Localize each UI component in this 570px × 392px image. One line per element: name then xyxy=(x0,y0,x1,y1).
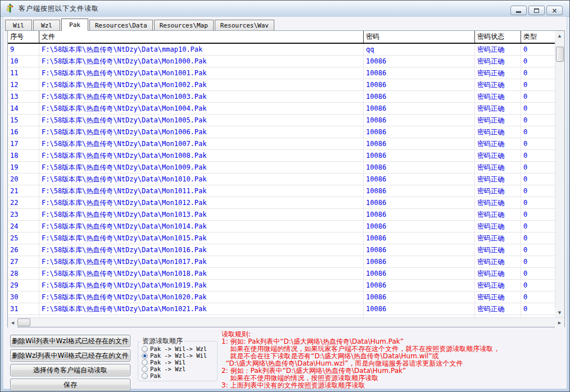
radio-label: Pak -> Wzl-> Wil xyxy=(150,352,207,359)
table-row[interactable]: 20F:\58版本库\热血传奇\NtDzy\Data\Mon1010.Pak10… xyxy=(8,174,555,185)
radio-option-1[interactable]: Pak -> Wzl-> Wil xyxy=(142,352,216,359)
table-row[interactable]: 25F:\58版本库\热血传奇\NtDzy\Data\Mon1015.Pak10… xyxy=(8,233,555,244)
cell-type: 0 xyxy=(521,209,555,220)
cell-type: 0 xyxy=(521,150,555,161)
radio-option-4[interactable]: Pak xyxy=(142,372,216,379)
table-row[interactable]: 16F:\58版本库\热血传奇\NtDzy\Data\Mon1006.Pak10… xyxy=(8,126,555,138)
cell-status: 密码正确 xyxy=(475,244,521,256)
tab-wil[interactable]: Wil xyxy=(5,20,32,30)
cell-no: 20 xyxy=(8,174,39,185)
action-button-1[interactable]: 删除Wzl列表中Wil格式已经存在的文件 xyxy=(10,349,130,362)
tab-pak[interactable]: Pak xyxy=(61,19,88,31)
cell-no: 31 xyxy=(8,303,39,314)
cell-no: 29 xyxy=(8,280,39,291)
table-row[interactable]: 10F:\58版本库\热血传奇\NtDzy\Data\Mon1000.Pak10… xyxy=(8,56,555,67)
cell-no: 13 xyxy=(8,91,39,102)
cell-status: 密码正确 xyxy=(475,256,521,267)
cell-status: 密码正确 xyxy=(475,150,521,161)
rule-line: 3: 上面列表中没有的文件按照资源读取顺序读取 xyxy=(221,382,568,389)
tab-resources-wav[interactable]: Resources\Wav xyxy=(215,20,274,30)
table-row[interactable]: 13F:\58版本库\热血传奇\NtDzy\Data\Mon1003.Pak10… xyxy=(8,91,555,103)
horizontal-scrollbar[interactable]: ◀ ▶ xyxy=(8,317,564,327)
file-table-body: 9F:\58版本库\热血传奇\NtDzy\Data\mmap10.Pakqq密码… xyxy=(8,44,555,317)
maximize-icon xyxy=(534,8,539,13)
table-row[interactable]: 30F:\58版本库\热血传奇\NtDzy\Data\Mon1020.Pak10… xyxy=(8,291,555,303)
table-row[interactable]: 19F:\58版本库\热血传奇\NtDzy\Data\Mon1009.Pak10… xyxy=(8,162,555,174)
title-bar[interactable]: 客户端按照以下文件读取 × xyxy=(1,1,569,17)
radio-option-2[interactable]: Pak -> Wil xyxy=(142,359,216,366)
cell-no: 12 xyxy=(8,79,39,90)
vertical-scroll-thumb[interactable] xyxy=(556,47,564,62)
cell-file: F:\58版本库\热血传奇\NtDzy\Data\Mon1020.Pak xyxy=(39,291,364,303)
table-row[interactable]: 12F:\58版本库\热血传奇\NtDzy\Data\Mon1002.Pak10… xyxy=(8,79,555,91)
scroll-left-button[interactable]: ◀ xyxy=(8,318,17,327)
table-row[interactable]: 11F:\58版本库\热血传奇\NtDzy\Data\Mon1001.Pak10… xyxy=(8,67,555,79)
rule-line: “D:\盛大网络\热血传奇\Data\Hum.wzl”，而是向微端服务器请求更新… xyxy=(221,360,568,367)
table-row[interactable]: 9F:\58版本库\热血传奇\NtDzy\Data\mmap10.Pakqq密码… xyxy=(8,44,555,56)
cell-type: 0 xyxy=(521,56,555,67)
cell-status: 密码正确 xyxy=(475,291,521,303)
scroll-up-button[interactable]: ▲ xyxy=(555,31,564,40)
maximize-button[interactable] xyxy=(528,6,545,15)
scroll-down-button[interactable]: ▼ xyxy=(555,308,564,317)
cell-status: 密码正确 xyxy=(475,162,521,173)
column-header-password[interactable]: 密码 xyxy=(364,31,475,43)
rule-line: 读取规则: xyxy=(221,331,568,338)
vertical-scrollbar[interactable]: ▲ ▼ xyxy=(555,31,564,317)
cell-no: 11 xyxy=(8,67,39,79)
table-header: 序号 文件 密码 密码状态 类型 xyxy=(8,31,555,44)
cell-file: F:\58版本库\热血传奇\NtDzy\Data\Mon1016.Pak xyxy=(39,244,364,256)
column-header-no[interactable]: 序号 xyxy=(8,31,39,43)
table-row[interactable]: 18F:\58版本库\热血传奇\NtDzy\Data\Mon1008.Pak10… xyxy=(8,150,555,162)
cell-no: 10 xyxy=(8,56,39,67)
radio-label: Pak -> Wzl xyxy=(150,366,186,372)
table-row[interactable]: 22F:\58版本库\热血传奇\NtDzy\Data\Mon1012.Pak10… xyxy=(8,197,555,209)
cell-no: 26 xyxy=(8,244,39,256)
tab-bar: WilWzlPakResources\DataResources\MapReso… xyxy=(5,18,565,31)
table-row[interactable]: 14F:\58版本库\热血传奇\NtDzy\Data\Mon1004.Pak10… xyxy=(8,103,555,115)
cell-no: 17 xyxy=(8,138,39,149)
cell-file: F:\58版本库\热血传奇\NtDzy\Data\Mon1010.Pak xyxy=(39,174,364,185)
action-button-2[interactable]: 选择传奇客户端自动读取 xyxy=(10,364,130,376)
cell-password: 10086 xyxy=(364,79,475,90)
tab-resources-map[interactable]: Resources\Map xyxy=(154,20,214,30)
cell-file: F:\58版本库\热血传奇\NtDzy\Data\mmap10.Pak xyxy=(39,44,364,55)
table-row[interactable]: 28F:\58版本库\热血传奇\NtDzy\Data\Mon1018.Pak10… xyxy=(8,268,555,280)
table-row[interactable]: 31F:\58版本库\热血传奇\NtDzy\Data\Mon1021.Pak10… xyxy=(8,303,555,315)
table-row[interactable]: 17F:\58版本库\热血传奇\NtDzy\Data\Mon1007.Pak10… xyxy=(8,138,555,150)
cell-password: 10086 xyxy=(364,67,475,79)
table-row[interactable]: 23F:\58版本库\热血传奇\NtDzy\Data\Mon1013.Pak10… xyxy=(8,209,555,221)
table-row[interactable]: 27F:\58版本库\热血传奇\NtDzy\Data\Mon1017.Pak10… xyxy=(8,256,555,268)
action-button-0[interactable]: 删除Wil列表中Wzl格式已经存在的文件 xyxy=(10,335,130,347)
cell-type: 0 xyxy=(521,174,555,185)
table-row[interactable]: 21F:\58版本库\热血传奇\NtDzy\Data\Mon1011.Pak10… xyxy=(8,185,555,197)
column-header-type[interactable]: 类型 xyxy=(521,31,555,43)
radio-option-3[interactable]: Pak -> Wzl xyxy=(142,366,216,372)
column-header-file[interactable]: 文件 xyxy=(39,31,364,43)
column-header-status[interactable]: 密码状态 xyxy=(475,31,521,43)
radio-icon xyxy=(142,346,148,352)
tab-wzl[interactable]: Wzl xyxy=(33,20,60,30)
cell-no: 18 xyxy=(8,150,39,161)
close-button[interactable]: × xyxy=(546,6,563,15)
table-row[interactable]: 26F:\58版本库\热血传奇\NtDzy\Data\Mon1016.Pak10… xyxy=(8,244,555,256)
table-row[interactable]: 24F:\58版本库\热血传奇\NtDzy\Data\Mon1014.Pak10… xyxy=(8,221,555,233)
rule-line: 就是不会在往下读取是否有“D:\盛大网络\热血传奇\Data\Hum.wil”或 xyxy=(221,353,568,360)
radio-option-0[interactable]: Pak -> Wil-> Wzl xyxy=(142,345,216,352)
cell-no: 23 xyxy=(8,209,39,220)
cell-no: 22 xyxy=(8,197,39,208)
horizontal-scroll-thumb[interactable] xyxy=(17,318,30,326)
cell-file: F:\58版本库\热血传奇\NtDzy\Data\Mon1006.Pak xyxy=(39,126,364,138)
cell-type: 0 xyxy=(521,256,555,267)
table-row[interactable]: 15F:\58版本库\热血传奇\NtDzy\Data\Mon1005.Pak10… xyxy=(8,115,555,126)
table-row[interactable]: 29F:\58版本库\热血传奇\NtDzy\Data\Mon1019.Pak10… xyxy=(8,280,555,291)
action-button-3[interactable]: 保存 xyxy=(10,379,130,391)
minimize-button[interactable] xyxy=(510,6,527,15)
cell-password: 10086 xyxy=(364,115,475,126)
radio-icon xyxy=(142,353,148,359)
close-icon: × xyxy=(551,7,557,14)
tab-resources-data[interactable]: Resources\Data xyxy=(89,20,153,30)
scroll-right-button[interactable]: ▶ xyxy=(555,318,564,327)
cell-type: 0 xyxy=(521,268,555,279)
cell-file: F:\58版本库\热血传奇\NtDzy\Data\Mon1007.Pak xyxy=(39,138,364,149)
